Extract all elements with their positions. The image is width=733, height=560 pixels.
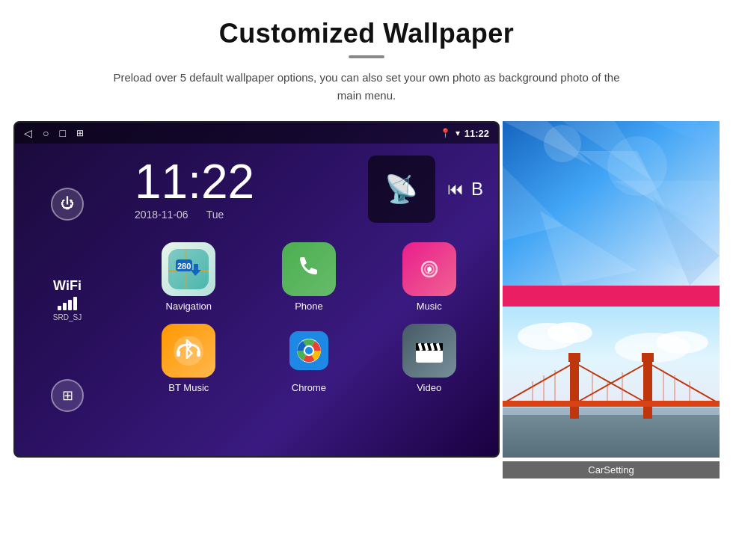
chrome-icon-svg — [289, 331, 328, 370]
back-icon[interactable]: ◁ — [24, 127, 32, 139]
svg-text:ᛒ: ᛒ — [183, 338, 195, 361]
app-navigation[interactable]: 280 Navigation — [135, 242, 243, 312]
status-time: 11:22 — [464, 128, 489, 139]
app-phone[interactable]: Phone — [255, 242, 364, 312]
page-description: Preload over 5 default wallpaper options… — [105, 69, 628, 105]
music-player-widget[interactable]: 📡 — [368, 156, 435, 223]
bt-music-icon: ᛒ — [162, 324, 215, 378]
title-divider — [349, 55, 384, 58]
top-widgets: 📡 ⏮ B — [368, 156, 483, 223]
power-icon: ⏻ — [61, 196, 74, 212]
music-label: Music — [417, 301, 442, 312]
status-indicators: 📍 ▾ 11:22 — [440, 128, 489, 139]
apps-button[interactable]: ⊞ — [51, 379, 84, 412]
clock-date: 2018-11-06 Tue — [135, 209, 254, 221]
app-video[interactable]: Video — [375, 324, 483, 393]
main-content: 11:22 2018-11-06 Tue 📡 ⏮ B — [120, 144, 498, 456]
music-icon-svg: ♪ — [411, 251, 447, 287]
app-chrome[interactable]: Chrome — [255, 324, 364, 393]
status-bar: ◁ ○ □ ⊞ 📍 ▾ 11:22 — [15, 123, 498, 144]
svg-point-17 — [305, 347, 313, 354]
svg-rect-59 — [568, 353, 580, 362]
app-bt-music[interactable]: ᛒ BT Music — [135, 324, 243, 393]
phone-label: Phone — [295, 301, 323, 312]
svg-rect-36 — [503, 307, 720, 411]
svg-point-40 — [656, 331, 708, 354]
wallpaper-ice-panel — [503, 121, 720, 286]
app-grid: 280 Navigation — [120, 230, 498, 405]
location-icon: 📍 — [440, 128, 451, 138]
navigation-icon-svg: 280 — [168, 249, 209, 289]
phone-icon-svg — [292, 253, 325, 286]
svg-rect-13 — [197, 351, 200, 357]
clock-area: 11:22 2018-11-06 Tue 📡 ⏮ B — [120, 144, 498, 223]
screen-container: ◁ ○ □ ⊞ 📍 ▾ 11:22 ⏻ WiFi — [13, 121, 720, 479]
next-track-icon[interactable]: B — [471, 179, 483, 200]
page-title: Customized Wallpaper — [219, 18, 515, 49]
svg-text:♪: ♪ — [426, 262, 432, 275]
chrome-icon — [282, 324, 336, 378]
wifi-widget[interactable]: WiFi SRD_SJ — [53, 278, 82, 321]
clock-day-text: Tue — [206, 209, 224, 221]
svg-rect-60 — [642, 353, 654, 362]
svg-rect-41 — [503, 407, 720, 458]
svg-point-33 — [607, 136, 667, 196]
apps-grid-icon: ⊞ — [62, 387, 73, 404]
radio-icon: 📡 — [384, 173, 418, 205]
prev-track-icon[interactable]: ⏮ — [447, 179, 464, 199]
power-button[interactable]: ⏻ — [51, 188, 84, 221]
app-music[interactable]: ♪ Music — [375, 242, 483, 312]
wifi-signal-bars — [58, 297, 77, 310]
svg-point-38 — [548, 322, 592, 343]
svg-text:280: 280 — [177, 262, 191, 271]
nav-buttons: ◁ ○ □ ⊞ — [24, 127, 84, 139]
svg-rect-12 — [177, 351, 180, 357]
android-screen: ◁ ○ □ ⊞ 📍 ▾ 11:22 ⏻ WiFi — [13, 121, 500, 458]
wallpaper-bridge-svg — [503, 307, 720, 458]
music-icon: ♪ — [402, 242, 456, 296]
video-icon — [402, 324, 456, 378]
svg-rect-49 — [503, 401, 720, 407]
carsetting-banner: CarSetting — [503, 461, 720, 479]
video-label: Video — [417, 382, 441, 393]
screenshot-icon[interactable]: ⊞ — [76, 128, 84, 138]
bt-icon-svg: ᛒ — [172, 334, 205, 367]
wallpaper-bridge-panel: CarSetting — [503, 307, 720, 479]
svg-rect-43 — [570, 359, 579, 419]
left-sidebar: ⏻ WiFi SRD_SJ ⊞ — [15, 144, 120, 456]
svg-rect-44 — [643, 359, 652, 419]
chrome-label: Chrome — [292, 382, 326, 393]
recent-icon[interactable]: □ — [59, 127, 65, 139]
wifi-label: WiFi — [53, 278, 82, 294]
navigation-icon: 280 — [162, 242, 215, 296]
wallpaper-panels: CarSetting — [503, 121, 720, 479]
bt-music-label: BT Music — [168, 382, 209, 393]
media-controls: ⏮ B — [447, 179, 483, 200]
clock-time: 11:22 — [135, 158, 254, 206]
home-icon[interactable]: ○ — [43, 127, 49, 139]
clock-widget: 11:22 2018-11-06 Tue — [135, 158, 254, 221]
wifi-ssid: SRD_SJ — [53, 313, 82, 321]
navigation-label: Navigation — [166, 301, 212, 312]
clock-date-text: 2018-11-06 — [135, 209, 188, 221]
video-icon-svg — [411, 333, 447, 369]
wallpaper-ice-svg — [503, 121, 720, 286]
svg-point-34 — [544, 125, 581, 162]
phone-icon — [282, 242, 336, 296]
wifi-status-icon: ▾ — [456, 128, 460, 138]
pink-divider-strip — [503, 286, 720, 307]
